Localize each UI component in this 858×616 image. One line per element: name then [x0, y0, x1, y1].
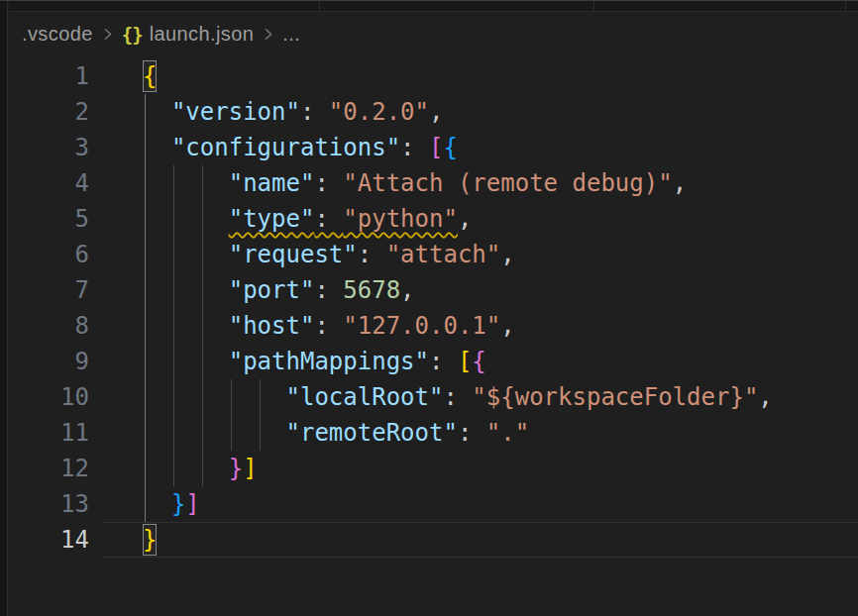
breadcrumb: .vscode {} launch.json ...: [9, 12, 858, 56]
code-token: "0.2.0": [329, 98, 429, 126]
code-token: "remoteRoot": [286, 419, 458, 447]
code-token: :: [314, 169, 343, 197]
line-number[interactable]: 2: [9, 94, 89, 130]
editor[interactable]: 1{2 "version": "0.2.0",3 "configurations…: [9, 56, 858, 616]
code-line[interactable]: 5 "type": "python",: [9, 201, 858, 237]
code-line[interactable]: 2 "version": "0.2.0",: [9, 94, 858, 130]
code-content: "remoteRoot": ".": [89, 415, 529, 451]
code-token: :: [443, 383, 472, 411]
code-line[interactable]: 4 "name": "Attach (remote debug)",: [9, 165, 858, 201]
code-token: ,: [400, 276, 414, 304]
code-content: "version": "0.2.0",: [89, 94, 443, 130]
code-token: ,: [500, 312, 514, 340]
code-token: :: [358, 241, 386, 268]
code-token: "request": [229, 241, 358, 268]
bracket-match-token: {: [143, 60, 157, 92]
left-rail: [0, 1, 8, 616]
active-indent-guide: [145, 94, 146, 522]
code-token: }: [229, 455, 243, 482]
tab-divider: [845, 1, 846, 11]
code-line[interactable]: 14}: [9, 522, 858, 558]
code-token: ".": [486, 419, 529, 447]
code-token: [143, 241, 229, 268]
breadcrumb-file[interactable]: launch.json: [150, 23, 255, 46]
chevron-right-icon: [260, 26, 276, 43]
code-content: {: [89, 58, 157, 94]
breadcrumb-folder[interactable]: .vscode: [22, 23, 93, 46]
code-token: [143, 419, 286, 447]
code-lines: 1{2 "version": "0.2.0",3 "configurations…: [9, 58, 858, 558]
code-token: ,: [458, 205, 472, 233]
code-line[interactable]: 3 "configurations": [{: [9, 130, 858, 165]
code-content: "localRoot": "${workspaceFolder}",: [89, 379, 773, 415]
code-line[interactable]: 11 "remoteRoot": ".": [9, 415, 858, 451]
code-token: "attach": [386, 241, 501, 268]
vscode-window: .vscode {} launch.json ... 1{2 "version"…: [0, 0, 858, 616]
line-number[interactable]: 7: [9, 272, 89, 308]
code-token: "type": [229, 205, 315, 233]
code-line[interactable]: 9 "pathMappings": [{: [9, 344, 858, 379]
code-line[interactable]: 10 "localRoot": "${workspaceFolder}",: [9, 379, 858, 415]
line-number[interactable]: 6: [9, 237, 89, 272]
line-number[interactable]: 13: [9, 486, 89, 522]
code-token: :: [314, 276, 343, 304]
code-content: "host": "127.0.0.1",: [89, 308, 515, 344]
breadcrumb-symbol-ellipsis[interactable]: ...: [282, 23, 300, 46]
code-line[interactable]: 13 }]: [9, 486, 858, 522]
indent-guide: [202, 165, 203, 486]
tab-strip[interactable]: [9, 1, 858, 12]
code-content: "pathMappings": [{: [89, 344, 486, 379]
code-token: "127.0.0.1": [343, 312, 500, 340]
code-token: ,: [673, 169, 687, 197]
chevron-right-icon: [99, 26, 116, 43]
line-number[interactable]: 11: [9, 415, 89, 451]
line-number[interactable]: 8: [9, 308, 89, 344]
code-token: [143, 134, 171, 161]
code-line[interactable]: 6 "request": "attach",: [9, 237, 858, 272]
indent-guide: [173, 165, 174, 486]
code-content: "port": 5678,: [89, 272, 415, 308]
code-token: "pathMappings": [229, 348, 429, 375]
code-content: "type": "python",: [89, 201, 472, 237]
code-token: "port": [229, 276, 315, 304]
line-number[interactable]: 3: [9, 130, 89, 165]
line-number[interactable]: 12: [9, 451, 89, 486]
code-token: "version": [171, 98, 300, 126]
line-number[interactable]: 1: [9, 58, 89, 94]
code-content: }: [89, 522, 157, 558]
code-token: [143, 383, 286, 411]
code-token: "name": [229, 169, 315, 197]
code-line[interactable]: 7 "port": 5678,: [9, 272, 858, 308]
code-token: 5678: [343, 276, 400, 304]
code-line[interactable]: 1{: [9, 58, 858, 94]
code-content: "request": "attach",: [89, 237, 515, 272]
bracket-match-token: }: [143, 524, 157, 556]
code-token: [: [458, 348, 472, 375]
code-token: [143, 348, 229, 375]
tab-divider: [319, 1, 320, 11]
code-line[interactable]: 8 "host": "127.0.0.1",: [9, 308, 858, 344]
code-line[interactable]: 12 }]: [9, 451, 858, 486]
code-token: [143, 276, 229, 304]
line-number[interactable]: 4: [9, 165, 89, 201]
line-number[interactable]: 10: [9, 379, 89, 415]
line-number[interactable]: 5: [9, 201, 89, 237]
code-token: "host": [229, 312, 315, 340]
line-number[interactable]: 14: [9, 522, 89, 558]
code-token: ]: [243, 455, 257, 482]
indent-guide: [231, 379, 232, 451]
code-token: ,: [429, 98, 443, 126]
code-token: :: [429, 348, 458, 375]
code-token: [143, 98, 171, 126]
code-token: "Attach (remote debug)": [343, 169, 672, 197]
code-content: "name": "Attach (remote debug)",: [89, 165, 687, 201]
code-token: ,: [500, 241, 514, 268]
code-token: ]: [185, 490, 199, 518]
code-token: "python": [343, 205, 458, 233]
code-token: [143, 169, 229, 197]
code-token: :: [314, 312, 343, 340]
code-token: [: [429, 134, 443, 161]
code-token: {: [472, 348, 485, 375]
line-number[interactable]: 9: [9, 344, 89, 379]
json-braces-icon: {}: [122, 24, 143, 46]
